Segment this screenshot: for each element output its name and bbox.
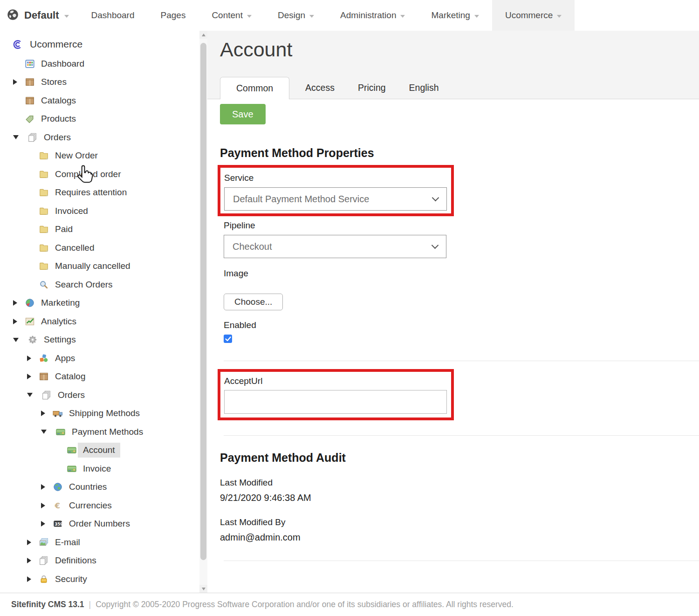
sidebar-item-label: E-mail — [55, 537, 80, 548]
sidebar-item-manually-cancelled[interactable]: Manually cancelled — [0, 257, 207, 276]
sidebar-item-requires-attention[interactable]: Requires attention — [0, 184, 207, 202]
sidebar-item-marketing[interactable]: Marketing — [0, 294, 207, 313]
sidebar-scrollbar[interactable] — [199, 31, 207, 593]
nav-item-pages[interactable]: Pages — [148, 0, 199, 31]
sidebar-item-new-order[interactable]: New Order — [0, 147, 207, 165]
footer-product-name: Sitefinity CMS 13.1 — [11, 600, 84, 609]
expander-right-icon[interactable] — [27, 356, 31, 361]
site-name: Default — [24, 9, 59, 21]
last-modified-by-value: admin@admin.com — [220, 532, 699, 543]
expander-right-icon[interactable] — [41, 484, 45, 490]
main-header: Account CommonAccessPricingEnglish — [207, 31, 699, 99]
sidebar-item-apps[interactable]: Apps — [0, 349, 207, 368]
nav-item-ucommerce[interactable]: Ucommerce — [492, 0, 575, 31]
lock-icon — [38, 574, 49, 585]
site-selector[interactable]: Default — [0, 0, 78, 31]
scroll-down-button[interactable] — [199, 585, 207, 593]
sidebar-item-currencies[interactable]: €Currencies — [0, 496, 207, 515]
enabled-checkbox[interactable] — [224, 335, 232, 343]
service-select[interactable]: Default Payment Method Service — [224, 187, 447, 211]
euro-icon: € — [52, 500, 63, 511]
card-icon — [66, 463, 77, 474]
expander-down-icon[interactable] — [13, 338, 19, 342]
sidebar-item-countries[interactable]: Countries — [0, 478, 207, 497]
sidebar-item-cancelled[interactable]: Cancelled — [0, 239, 207, 257]
sidebar-item-analytics[interactable]: Analytics — [0, 312, 207, 331]
sidebar-item-orders[interactable]: Orders — [0, 128, 207, 147]
sidebar-item-orders[interactable]: Orders — [0, 386, 207, 404]
expander-down-icon[interactable] — [41, 430, 47, 434]
nav-item-content[interactable]: Content — [199, 0, 265, 31]
sidebar-item-catalogs[interactable]: Catalogs — [0, 91, 207, 110]
expander-right-icon[interactable] — [13, 300, 17, 306]
sidebar-item-search-orders[interactable]: Search Orders — [0, 275, 207, 294]
expander-right-icon[interactable] — [41, 521, 45, 527]
nav-item-dashboard[interactable]: Dashboard — [78, 0, 148, 31]
scroll-up-button[interactable] — [199, 31, 207, 39]
sidebar-item-dashboard[interactable]: Dashboard — [0, 55, 207, 73]
sidebar-item-shipping-methods[interactable]: Shipping Methods — [0, 404, 207, 423]
choose-image-button[interactable]: Choose... — [224, 294, 283, 310]
sidebar-item-e-mail[interactable]: E-mail — [0, 533, 207, 552]
expander-right-icon[interactable] — [27, 374, 31, 379]
nav-item-marketing[interactable]: Marketing — [418, 0, 492, 31]
sidebar-item-ucommerce[interactable]: Ucommerce — [0, 34, 207, 55]
folder-icon — [38, 224, 49, 235]
nav-item-design[interactable]: Design — [265, 0, 327, 31]
accepturl-input[interactable] — [224, 390, 447, 414]
sidebar-item-completed-order[interactable]: Completed order — [0, 165, 207, 184]
nav-item-label: Dashboard — [91, 10, 135, 21]
sidebar-item-security[interactable]: Security — [0, 570, 207, 589]
box-icon — [24, 76, 35, 88]
pipeline-select-value: Checkout — [233, 241, 272, 252]
footer-separator: | — [89, 600, 91, 609]
sidebar-item-label: Orders — [58, 390, 85, 400]
tab-access[interactable]: Access — [298, 77, 342, 99]
sidebar-item-definitions[interactable]: Definitions — [0, 552, 207, 570]
tab-pricing[interactable]: Pricing — [350, 77, 393, 99]
chevron-down-icon — [432, 194, 439, 201]
sidebar-item-catalog[interactable]: Catalog — [0, 368, 207, 386]
sidebar-item-stores[interactable]: Stores — [0, 73, 207, 92]
sidebar-item-label: Analytics — [41, 316, 76, 327]
tag-icon — [24, 113, 35, 124]
highlight-box-accepturl: AcceptUrl — [218, 369, 454, 420]
truck-icon — [52, 408, 63, 419]
expander-down-icon[interactable] — [27, 393, 33, 397]
folder-icon — [38, 205, 49, 217]
save-button[interactable]: Save — [220, 104, 266, 124]
sidebar-item-paid[interactable]: Paid — [0, 220, 207, 239]
folder-icon — [38, 242, 49, 253]
chevron-down-icon — [432, 241, 439, 249]
sidebar-item-products[interactable]: Products — [0, 110, 207, 129]
sidebar-item-order-numbers[interactable]: 359Order Numbers — [0, 515, 207, 534]
tab-english[interactable]: English — [402, 77, 446, 99]
pipeline-select[interactable]: Checkout — [224, 235, 446, 258]
sidebar-item-invoiced[interactable]: Invoiced — [0, 202, 207, 220]
sidebar-item-payment-methods[interactable]: Payment Methods — [0, 423, 207, 441]
scrollbar-thumb[interactable] — [200, 43, 206, 560]
pipeline-label: Pipeline — [224, 220, 699, 231]
sidebar-item-account[interactable]: Account — [0, 441, 207, 460]
sidebar-item-invoice[interactable]: Invoice — [0, 459, 207, 478]
folder-icon — [38, 260, 49, 272]
sidebar-item-label: Paid — [55, 224, 73, 234]
service-label: Service — [224, 173, 446, 183]
expander-right-icon[interactable] — [27, 558, 31, 563]
expander-down-icon[interactable] — [13, 135, 19, 139]
email-icon — [38, 537, 49, 548]
tab-common[interactable]: Common — [220, 77, 289, 99]
expander-right-icon[interactable] — [41, 503, 45, 508]
sidebar-item-label: Invoiced — [55, 206, 88, 216]
expander-right-icon[interactable] — [27, 540, 31, 545]
nav-item-administration[interactable]: Administration — [327, 0, 418, 31]
chevron-down-icon — [557, 15, 562, 18]
expander-right-icon[interactable] — [41, 411, 45, 416]
chevron-down-icon — [247, 15, 252, 18]
sidebar-item-settings[interactable]: Settings — [0, 331, 207, 349]
expander-right-icon[interactable] — [13, 319, 17, 324]
expander-right-icon[interactable] — [27, 576, 31, 582]
triangle-up-icon — [202, 34, 206, 36]
sidebar-item-label: Marketing — [41, 298, 80, 308]
expander-right-icon[interactable] — [13, 79, 17, 85]
